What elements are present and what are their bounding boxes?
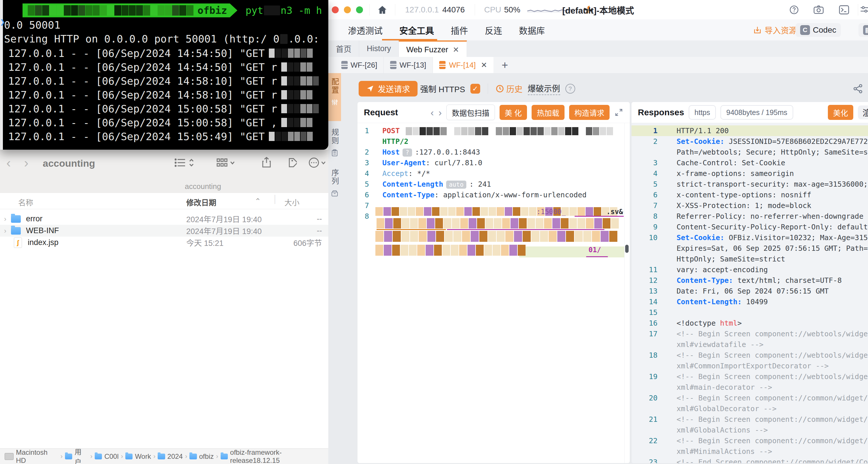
path-item[interactable]: ofbiz-framework-release18.12.15 (230, 448, 329, 464)
file-size: -- (284, 214, 322, 223)
path-item[interactable]: 2024 (167, 453, 183, 461)
line-number: 3 (631, 158, 665, 167)
settings-partial-icon[interactable] (859, 5, 868, 15)
disclosure-icon[interactable]: › (4, 215, 6, 223)
tab-history[interactable]: History (359, 40, 399, 57)
code-text: xml#CommonImportExportDecorator --> (677, 362, 829, 370)
request-scrollbar-thumb[interactable] (625, 245, 629, 253)
file-row-indexjsp[interactable]: ʃ index.jsp 今天 15:21 606字节 (0, 237, 328, 249)
path-item[interactable]: 用户 (74, 446, 88, 464)
wf-tab-26[interactable]: WF-[26] (335, 57, 384, 73)
column-name[interactable]: 名称 (18, 197, 33, 207)
code-line: 9Content-Security-Policy-Report-Only: de… (631, 222, 868, 232)
file-row-error[interactable]: › error 2024年7月19日 19:40 -- (0, 213, 328, 225)
home-icon[interactable] (377, 5, 388, 15)
tab-home[interactable]: 首页 (328, 40, 359, 57)
wf-tab-14[interactable]: WF-[14] ✕ (433, 57, 494, 73)
history-button[interactable]: 历史 (496, 83, 523, 94)
list-view-icon[interactable] (175, 158, 194, 168)
codec-button[interactable]: C Codec (796, 23, 841, 37)
close-tab-icon[interactable]: ✕ (453, 46, 459, 54)
line-number: 4 (631, 169, 665, 178)
file-date: 2024年7月19日 19:40 (186, 225, 261, 236)
request-scrollbar-track[interactable] (624, 123, 630, 463)
import-resource-button[interactable]: 导入资源 (753, 24, 797, 36)
disclosure-icon[interactable]: › (4, 227, 6, 235)
code-text: <!-- Begin Screen component://common/wid… (677, 437, 868, 445)
nav-tab-reverse[interactable]: 反连 (485, 24, 502, 36)
line-number: 17 (631, 330, 665, 338)
line-number: 4 (358, 169, 382, 178)
wf-tab-13[interactable]: WF-[13] (384, 57, 433, 73)
blast-example-link[interactable]: 爆破示例 (528, 82, 560, 95)
new-tab-button[interactable]: + (502, 59, 508, 71)
folder-icon (11, 215, 21, 223)
column-date[interactable]: 修改日期 (186, 197, 216, 207)
file-size: -- (284, 226, 322, 235)
share-fuzzer-icon[interactable] (852, 83, 863, 94)
finder-back-button[interactable]: ‹ (6, 155, 11, 171)
column-size[interactable]: 大小 (284, 197, 300, 207)
share-icon[interactable] (261, 156, 272, 168)
finder-window-title: accounting (43, 158, 95, 169)
path-item[interactable]: Macintosh HD (16, 448, 58, 464)
code-text: <!-- Begin Screen component://common/wid… (677, 394, 868, 402)
nav-tab-pentest[interactable]: 渗透测试 (348, 24, 382, 36)
line-number: 21 (631, 415, 665, 424)
path-item[interactable]: Work (135, 453, 151, 461)
force-https-checkbox[interactable]: ✓ (470, 84, 480, 94)
close-window-button[interactable] (332, 6, 339, 13)
example-help-icon[interactable]: ? (565, 84, 575, 94)
packet-scan-button[interactable]: 数据包扫描 (446, 105, 495, 120)
response-editor[interactable]: 1HTTP/1.1 2002Set-Cookie: JSESSIONID=57E… (631, 123, 868, 463)
file-row-webinf[interactable]: › WEB-INF 2024年7月19日 19:40 -- (0, 225, 328, 237)
path-item[interactable]: ofbiz (199, 453, 214, 461)
redacted-request-body (375, 245, 526, 256)
help-icon[interactable] (789, 5, 799, 15)
redacted-request-body (375, 231, 617, 242)
hot-reload-button[interactable]: 热加载 (532, 105, 564, 120)
beautify-request-button[interactable]: 美 化 (500, 105, 527, 120)
screenshot-icon[interactable] (813, 5, 824, 15)
nav-tab-database[interactable]: 数据库 (519, 24, 545, 36)
next-request-icon[interactable]: › (438, 107, 441, 118)
tab-web-fuzzer[interactable]: Web Fuzzer ✕ (399, 40, 467, 58)
line-number: 11 (631, 265, 665, 274)
fullscreen-icon[interactable] (614, 108, 623, 117)
minimize-window-button[interactable] (344, 6, 351, 13)
grid-view-icon[interactable] (217, 158, 235, 168)
rail-item-rules[interactable]: 规则 (328, 124, 341, 165)
line-number: 20 (631, 394, 665, 402)
redaction-underline (575, 216, 624, 217)
close-tab-icon[interactable]: ✕ (481, 61, 487, 69)
maximize-window-button[interactable] (356, 6, 363, 13)
redacted-request-path (281, 90, 312, 99)
send-request-button[interactable]: 发送请求 (359, 81, 417, 96)
rail-item-sequence[interactable]: 序列 (328, 164, 341, 206)
body-fragment: .sv& (607, 208, 623, 216)
terminal-log-line: 127.0.0.1 - - [06/Sep/2024 15:05:49] "GE… (8, 129, 319, 143)
code-line: 16<!doctype html> (631, 318, 868, 328)
payload-button-partial[interactable]: ▤ P (859, 23, 868, 37)
terminal-icon[interactable] (839, 5, 849, 15)
nav-tab-plugins[interactable]: 插件 (451, 24, 468, 36)
tag-icon[interactable] (286, 157, 297, 168)
request-panel: Request ‹ › 数据包扫描 美 化 热加载 构造请求 1POST HTT… (357, 102, 630, 463)
sort-direction-icon[interactable]: ⌃ (255, 197, 261, 206)
rail-item-config[interactable]: 配置 (328, 73, 341, 121)
beautify-response-button[interactable]: 美化 (828, 105, 853, 120)
fuzzer-toolbar: 强制 HTTPS ✓ 历史 爆破示例 ? (420, 81, 575, 96)
construct-request-button[interactable]: 构造请求 (569, 105, 610, 120)
terminal-log-line: 127.0.0.1 - - [06/Sep/2024 14:54:50] "GE… (8, 46, 319, 60)
path-item[interactable]: C00l (104, 453, 118, 461)
request-editor[interactable]: 1POST HTTP/22Host?:127.0.0.1:84433User-A… (358, 123, 630, 463)
line-number: 7 (631, 201, 665, 210)
more-options-icon[interactable] (308, 157, 326, 168)
render-button-partial[interactable]: 渲 (858, 106, 868, 119)
nav-tab-security-tools[interactable]: 安全工具 (399, 24, 434, 36)
code-text: Set-Cookie: JSESSIONID=57E86B602ED2C29A7… (677, 137, 868, 146)
redacted-request-body (375, 207, 617, 216)
prev-request-icon[interactable]: ‹ (431, 107, 434, 118)
finder-forward-button[interactable]: › (24, 155, 28, 171)
code-text: x-frame-options: sameorigin (677, 169, 794, 178)
